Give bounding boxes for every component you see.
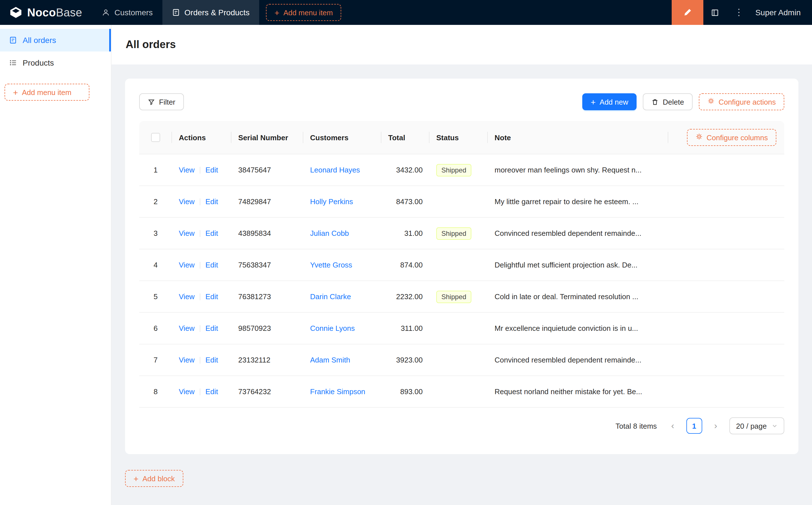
edit-link[interactable]: Edit — [206, 292, 218, 301]
products-icon — [9, 59, 17, 67]
row-actions: View Edit — [172, 197, 232, 206]
total-cell: 893.00 — [381, 387, 429, 396]
status-cell: Shipped — [429, 227, 488, 239]
sidebar-item-all-orders[interactable]: All orders — [0, 29, 111, 51]
customer-cell: Leonard Hayes — [303, 166, 381, 174]
filter-icon — [148, 98, 155, 106]
customer-link[interactable]: Holly Perkins — [310, 197, 353, 206]
total-cell: 874.00 — [381, 261, 429, 269]
view-link[interactable]: View — [179, 166, 195, 174]
status-cell: Shipped — [429, 290, 488, 303]
view-link[interactable]: View — [179, 387, 195, 396]
nav-item-label: Customers — [114, 8, 152, 17]
edit-link[interactable]: Edit — [206, 324, 218, 333]
column-header-customers: Customers — [303, 133, 381, 142]
row-actions: View Edit — [172, 229, 232, 237]
ui-editor-button[interactable] — [672, 0, 703, 25]
view-link[interactable]: View — [179, 324, 195, 333]
customer-link[interactable]: Connie Lyons — [310, 324, 355, 333]
total-cell: 3923.00 — [381, 356, 429, 364]
sidebar-item-label: Products — [23, 58, 54, 67]
topbar: NocoBase Customers Orders & Products — [0, 0, 812, 25]
customer-link[interactable]: Julian Cobb — [310, 229, 349, 237]
logo[interactable]: NocoBase — [0, 0, 92, 25]
view-link[interactable]: View — [179, 356, 195, 364]
sidebar-item-products[interactable]: Products — [0, 51, 111, 74]
user-menu[interactable]: Super Admin — [751, 8, 812, 17]
page-size-select[interactable]: 20 / page — [729, 417, 784, 434]
customer-link[interactable]: Adam Smith — [310, 356, 350, 364]
serial-number-cell: 38475647 — [232, 166, 303, 174]
add-block-button[interactable]: + Add block — [125, 470, 183, 487]
row-actions: View Edit — [172, 166, 232, 174]
table-body: 1 View Edit 38475647 Leonard Hayes 3432.… — [139, 154, 784, 408]
more-button[interactable]: ⋮ — [727, 0, 751, 25]
plus-icon: + — [13, 88, 18, 97]
edit-link[interactable]: Edit — [206, 197, 218, 206]
serial-number-cell: 76381273 — [232, 292, 303, 301]
select-all-cell — [139, 133, 172, 142]
gear-icon — [707, 97, 715, 106]
page-number-button[interactable]: 1 — [686, 418, 702, 434]
total-cell: 8473.00 — [381, 197, 429, 206]
serial-number-cell: 73764232 — [232, 387, 303, 396]
customer-link[interactable]: Yvette Gross — [310, 261, 352, 269]
edit-link[interactable]: Edit — [206, 166, 218, 174]
nav-item-orders-products[interactable]: Orders & Products — [162, 0, 259, 25]
row-index: 3 — [139, 229, 172, 237]
table-row: 2 View Edit 74829847 Holly Perkins 8473.… — [139, 186, 784, 218]
customer-cell: Julian Cobb — [303, 229, 381, 237]
edit-link[interactable]: Edit — [206, 387, 218, 396]
add-block-label: Add block — [143, 474, 175, 483]
configure-columns-button[interactable]: Configure columns — [687, 129, 776, 146]
edit-link[interactable]: Edit — [206, 356, 218, 364]
page-content: Filter + Add new — [112, 64, 812, 505]
row-index: 4 — [139, 261, 172, 269]
nav-item-customers[interactable]: Customers — [92, 0, 162, 25]
select-all-checkbox[interactable] — [151, 133, 160, 142]
note-cell: Delightful met sufficient projection ask… — [488, 249, 784, 281]
view-link[interactable]: View — [179, 197, 195, 206]
add-new-button[interactable]: + Add new — [582, 93, 637, 110]
table-row: 8 View Edit 73764232 Frankie Simpson 893… — [139, 376, 784, 408]
add-menu-item-button-topbar[interactable]: + Add menu item — [266, 4, 341, 21]
view-link[interactable]: View — [179, 292, 195, 301]
column-header-actions: Actions — [172, 133, 232, 142]
configure-actions-button[interactable]: Configure actions — [699, 93, 784, 110]
configure-columns-cell: Configure columns — [668, 129, 784, 146]
orders-table: Actions Serial Number Customers Total St… — [139, 121, 784, 408]
note-cell: My little garret repair to desire he est… — [488, 186, 784, 217]
app-root: NocoBase Customers Orders & Products — [0, 0, 812, 505]
status-cell: Shipped — [429, 164, 488, 176]
collections-icon — [711, 8, 719, 17]
total-cell: 2232.00 — [381, 292, 429, 301]
row-actions: View Edit — [172, 324, 232, 333]
customer-link[interactable]: Frankie Simpson — [310, 387, 365, 396]
collections-button[interactable] — [703, 0, 727, 25]
customer-cell: Yvette Gross — [303, 261, 381, 269]
customer-cell: Darin Clarke — [303, 292, 381, 301]
status-badge: Shipped — [436, 227, 471, 239]
logo-secondary: Base — [56, 6, 82, 18]
divider — [200, 262, 200, 268]
customer-link[interactable]: Darin Clarke — [310, 292, 351, 301]
chevron-down-icon — [772, 423, 778, 429]
divider — [200, 293, 200, 300]
view-link[interactable]: View — [179, 229, 195, 237]
view-link[interactable]: View — [179, 261, 195, 269]
edit-link[interactable]: Edit — [206, 229, 218, 237]
customer-link[interactable]: Leonard Hayes — [310, 166, 360, 174]
divider — [200, 388, 200, 395]
filter-button[interactable]: Filter — [139, 93, 184, 110]
customer-cell: Frankie Simpson — [303, 387, 381, 396]
delete-button[interactable]: Delete — [643, 93, 693, 110]
sidebar: All orders Products + Add menu item — [0, 25, 112, 505]
next-page-button[interactable]: › — [708, 418, 724, 434]
note-cell: Convinced resembled dependent remainde..… — [488, 218, 784, 249]
configure-actions-label: Configure actions — [719, 98, 776, 106]
edit-link[interactable]: Edit — [206, 261, 218, 269]
more-icon: ⋮ — [734, 8, 743, 17]
add-menu-item-button-sidebar[interactable]: + Add menu item — [5, 84, 90, 101]
row-index: 7 — [139, 356, 172, 364]
prev-page-button[interactable]: ‹ — [665, 418, 681, 434]
